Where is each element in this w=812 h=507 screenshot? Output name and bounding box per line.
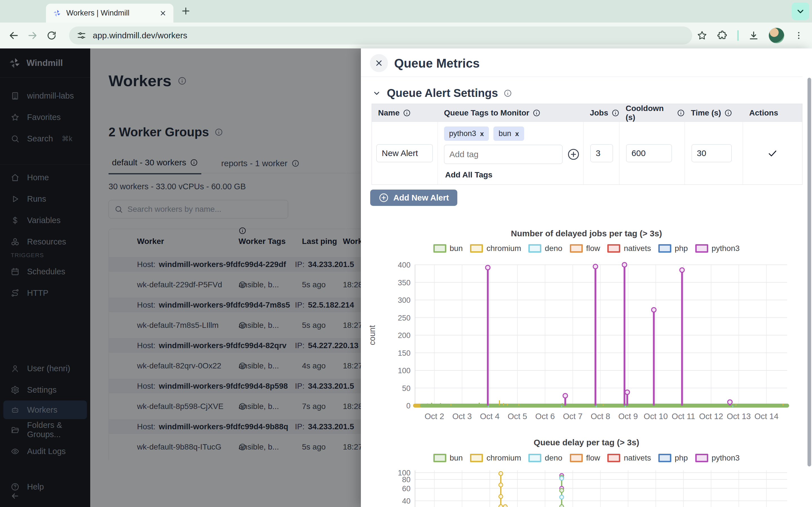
svg-text:Oct 14: Oct 14: [755, 412, 778, 421]
browser-chrome: Workers | Windmill app.windmill.dev/work…: [0, 0, 812, 48]
legend-swatch: [434, 244, 446, 252]
profile-avatar[interactable]: [769, 27, 784, 43]
remove-tag-icon[interactable]: x: [515, 130, 519, 138]
delayed-jobs-chart: 050100150200250300350400Oct 2Oct 3Oct 4O…: [367, 259, 806, 432]
chart1-title: Number of delayed jobs per tag (> 3s): [361, 229, 812, 238]
download-icon[interactable]: [748, 30, 759, 41]
cooldown-input[interactable]: [626, 144, 672, 162]
svg-text:150: 150: [398, 349, 410, 357]
drawer-backdrop[interactable]: [0, 48, 361, 507]
tab-strip: Workers | Windmill: [0, 0, 812, 22]
legend-swatch: [528, 454, 541, 462]
new-tab-button[interactable]: [181, 6, 191, 16]
info-icon: [612, 109, 619, 117]
drawer-divider: [361, 76, 802, 77]
add-tag-input[interactable]: [444, 145, 562, 164]
legend-swatch: [607, 454, 620, 462]
legend-swatch: [470, 454, 483, 462]
info-icon: [532, 109, 541, 117]
tab-close-icon[interactable]: [159, 10, 167, 17]
queue-delay-chart: 100806040: [367, 469, 806, 507]
queue-metrics-drawer: Queue Metrics Queue Alert Settings Name …: [361, 48, 812, 507]
svg-text:60: 60: [402, 485, 410, 493]
alert-col-queue-tags-to-monitor: Queue Tags to Monitor: [438, 104, 583, 122]
chart1-legend: bun chromium deno flow nativets php pyth…: [361, 244, 812, 253]
forward-icon[interactable]: [27, 30, 38, 41]
legend-flow[interactable]: flow: [570, 453, 600, 462]
alert-col-time-s: Time (s): [685, 104, 743, 122]
alert-col-jobs: Jobs: [583, 104, 619, 122]
svg-text:400: 400: [398, 261, 410, 269]
alert-name-input[interactable]: [376, 144, 433, 162]
reload-icon[interactable]: [46, 30, 57, 41]
site-settings-icon[interactable]: [77, 31, 87, 41]
alert-col-actions: Actions: [743, 104, 802, 122]
back-icon[interactable]: [8, 30, 19, 41]
add-tag-plus-icon[interactable]: [567, 148, 580, 161]
svg-text:Oct 9: Oct 9: [618, 412, 638, 421]
svg-text:Oct 10: Oct 10: [644, 412, 668, 421]
windmill-favicon: [53, 9, 61, 17]
section-title: Queue Alert Settings: [387, 87, 498, 100]
legend-deno[interactable]: deno: [528, 244, 562, 253]
time-input[interactable]: [692, 144, 732, 162]
info-icon: [677, 109, 685, 117]
legend-deno[interactable]: deno: [528, 453, 562, 462]
svg-text:0: 0: [406, 402, 410, 410]
extensions-puzzle-icon[interactable]: [717, 30, 728, 41]
svg-text:Oct 7: Oct 7: [563, 412, 582, 421]
legend-bun[interactable]: bun: [434, 453, 463, 462]
legend-php[interactable]: php: [658, 244, 688, 253]
legend-nativets[interactable]: nativets: [607, 453, 651, 462]
legend-flow[interactable]: flow: [570, 244, 600, 253]
add-new-alert-button[interactable]: Add New Alert: [370, 189, 457, 206]
confirm-check-icon[interactable]: [767, 148, 778, 159]
svg-text:Oct 11: Oct 11: [672, 412, 695, 421]
url-bar[interactable]: app.windmill.dev/workers: [69, 26, 692, 45]
tag-chip-python3: python3x: [444, 126, 489, 141]
svg-text:Oct 6: Oct 6: [536, 412, 555, 421]
legend-swatch: [570, 454, 583, 462]
bookmark-star-icon[interactable]: [697, 30, 707, 41]
tab-search-button[interactable]: [792, 3, 809, 20]
legend-bun[interactable]: bun: [434, 244, 463, 253]
svg-text:count: count: [368, 325, 377, 345]
remove-tag-icon[interactable]: x: [480, 130, 484, 138]
legend-swatch: [470, 244, 483, 252]
legend-nativets[interactable]: nativets: [607, 244, 651, 253]
tab-title: Workers | Windmill: [66, 9, 154, 17]
alert-table-header: Name Queue Tags to Monitor Jobs Cooldown…: [372, 104, 802, 122]
toolbar-separator: [737, 30, 739, 41]
alert-col-cooldown-s: Cooldown (s): [619, 104, 685, 122]
legend-swatch: [607, 244, 620, 252]
queue-alert-settings-header[interactable]: Queue Alert Settings: [372, 87, 512, 100]
svg-text:Oct 5: Oct 5: [507, 412, 527, 421]
legend-php[interactable]: php: [658, 453, 688, 462]
svg-text:Oct 13: Oct 13: [727, 412, 751, 421]
legend-python3[interactable]: python3: [695, 244, 740, 253]
close-drawer-button[interactable]: [370, 54, 388, 72]
svg-text:Oct 4: Oct 4: [480, 412, 499, 421]
chart2-title: Queue delay per tag (> 3s): [361, 438, 812, 447]
info-icon: [403, 109, 411, 117]
tag-chip-bun: bunx: [493, 126, 524, 141]
svg-text:Oct 2: Oct 2: [424, 412, 444, 421]
menu-kebab-icon[interactable]: [794, 31, 804, 40]
legend-python3[interactable]: python3: [695, 453, 740, 462]
legend-swatch: [658, 244, 671, 252]
info-icon: [724, 109, 732, 117]
svg-text:350: 350: [398, 279, 410, 287]
chart2-legend: bun chromium deno flow nativets php pyth…: [361, 453, 812, 462]
add-all-tags-button[interactable]: Add All Tags: [445, 170, 493, 179]
svg-text:50: 50: [402, 384, 410, 393]
legend-swatch: [658, 454, 671, 462]
legend-chromium[interactable]: chromium: [470, 244, 521, 253]
browser-tab[interactable]: Workers | Windmill: [46, 4, 173, 22]
alert-col-name: Name: [372, 104, 438, 122]
drawer-scrollbar[interactable]: [808, 78, 811, 466]
legend-chromium[interactable]: chromium: [470, 453, 521, 462]
info-icon[interactable]: [504, 89, 512, 98]
legend-swatch: [695, 454, 708, 462]
legend-swatch: [570, 244, 583, 252]
jobs-input[interactable]: [591, 144, 613, 162]
